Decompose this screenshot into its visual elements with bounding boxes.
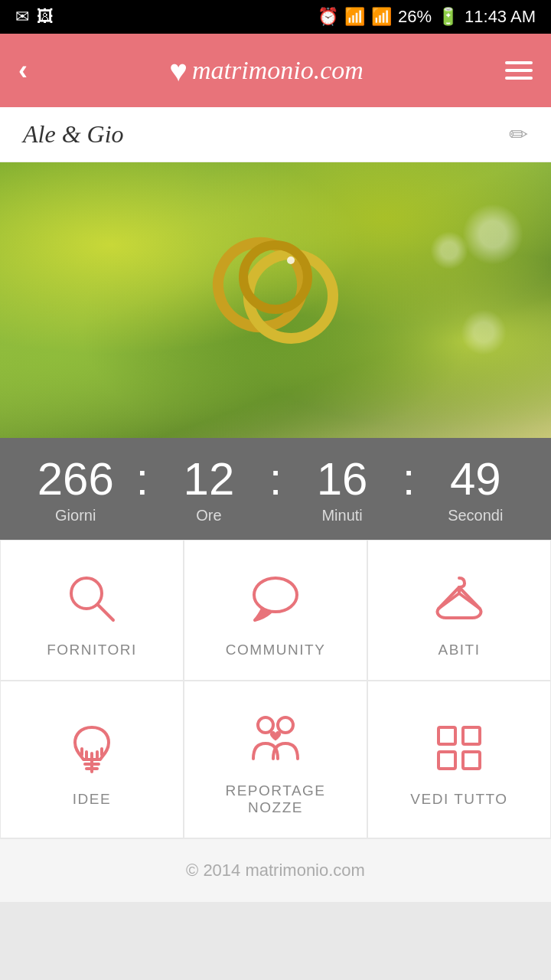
hours-value: 12 (148, 456, 269, 502)
chat-icon (245, 568, 306, 629)
menu-item-idee[interactable]: IDEE (0, 681, 184, 838)
menu-grid: FORNITORI COMMUNITY ABITI (0, 540, 551, 838)
lightbulb-icon (61, 717, 122, 779)
minutes-label: Minuti (282, 507, 403, 524)
hero-image (0, 162, 551, 438)
minutes-value: 16 (282, 456, 403, 502)
app-header: ‹ ♥ matrimonio.com (0, 34, 551, 107)
heart-icon: ♥ (169, 54, 187, 88)
countdown-hours: 12 Ore (148, 456, 269, 524)
abiti-label: ABITI (438, 642, 480, 658)
status-icons-left: ✉ 🖼 (15, 7, 54, 27)
hero-background (0, 162, 551, 438)
logo-text: matrimonio.com (192, 56, 364, 85)
separator-1: : (136, 456, 149, 502)
countdown-bar: 266 Giorni : 12 Ore : 16 Minuti : 49 Sec… (0, 438, 551, 540)
menu-item-community[interactable]: COMMUNITY (184, 540, 367, 681)
menu-item-abiti[interactable]: ABITI (367, 540, 551, 681)
status-icons-right: ⏰ 📶 📶 26% 🔋 11:43 AM (318, 7, 536, 27)
hours-label: Ore (148, 507, 269, 524)
svg-point-3 (287, 256, 295, 264)
days-label: Giorni (15, 507, 136, 524)
separator-3: : (403, 456, 416, 502)
reportage-nozze-label: REPORTAGE NOZZE (200, 782, 351, 816)
svg-rect-20 (463, 752, 480, 769)
countdown-minutes: 16 Minuti (282, 456, 403, 524)
hamburger-line-3 (505, 77, 533, 80)
countdown-seconds: 49 Secondi (416, 456, 536, 524)
app-logo: ♥ matrimonio.com (169, 54, 364, 88)
menu-item-vedi-tutto[interactable]: VEDI TUTTO (367, 681, 551, 838)
menu-item-reportage-nozze[interactable]: REPORTAGE NOZZE (184, 681, 367, 838)
days-value: 266 (15, 456, 136, 502)
grid-icon (429, 717, 490, 779)
menu-item-fornitori[interactable]: FORNITORI (0, 540, 184, 681)
email-icon: ✉ (15, 7, 29, 27)
title-bar: Ale & Gio ✏ (0, 107, 551, 162)
hamburger-line-2 (505, 69, 533, 72)
wifi-icon: 📶 (344, 7, 365, 27)
flower-white-1 (462, 204, 523, 265)
seconds-value: 49 (416, 456, 536, 502)
flower-white-3 (461, 309, 507, 355)
back-button[interactable]: ‹ (18, 54, 28, 87)
flower-white-2 (430, 231, 468, 270)
svg-rect-17 (439, 727, 455, 744)
svg-line-5 (98, 605, 113, 620)
bottom-space (0, 902, 551, 980)
separator-2: : (269, 456, 282, 502)
countdown-days: 266 Giorni (15, 456, 136, 524)
menu-button[interactable] (505, 61, 533, 80)
svg-rect-19 (439, 752, 455, 769)
hanger-icon (429, 568, 490, 629)
community-label: COMMUNITY (226, 642, 326, 658)
svg-point-15 (258, 717, 273, 733)
battery-icon: 🔋 (438, 7, 458, 27)
vedi-tutto-label: VEDI TUTTO (410, 791, 507, 808)
svg-point-16 (278, 717, 293, 733)
footer: © 2014 matrimonio.com (0, 838, 551, 902)
battery-percent: 26% (398, 7, 432, 27)
couple-name: Ale & Gio (23, 120, 124, 149)
copyright-text: © 2014 matrimonio.com (186, 861, 365, 880)
signal-icon: 📶 (371, 7, 392, 27)
time-display: 11:43 AM (465, 7, 536, 27)
status-bar: ✉ 🖼 ⏰ 📶 📶 26% 🔋 11:43 AM (0, 0, 551, 34)
idee-label: IDEE (73, 791, 111, 808)
search-icon (61, 568, 122, 629)
svg-point-6 (254, 578, 297, 612)
image-icon: 🖼 (37, 7, 54, 27)
fornitori-label: FORNITORI (47, 642, 137, 658)
seconds-label: Secondi (416, 507, 536, 524)
hamburger-line-1 (505, 61, 533, 64)
svg-rect-18 (463, 727, 480, 744)
alarm-icon: ⏰ (318, 7, 338, 27)
couple-icon (245, 709, 306, 770)
edit-button[interactable]: ✏ (509, 121, 528, 148)
rings-decoration (191, 216, 360, 369)
